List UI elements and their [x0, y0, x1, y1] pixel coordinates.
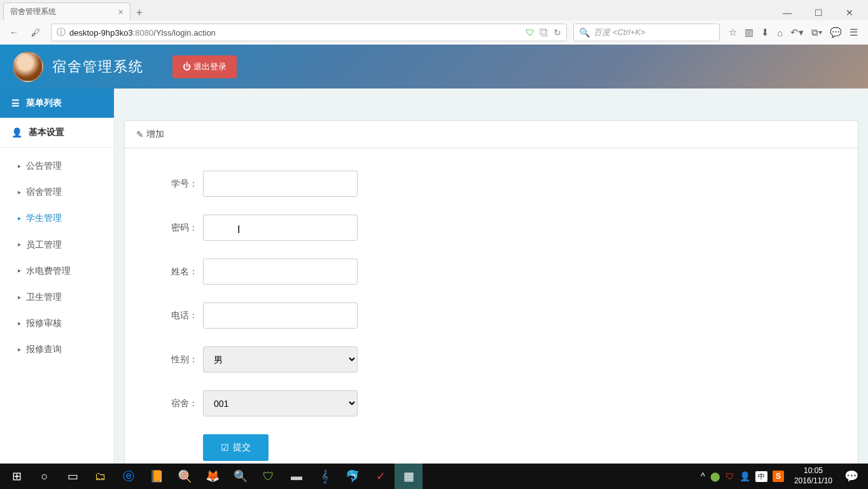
close-window-button[interactable]: ✕	[841, 5, 858, 20]
input-student-id[interactable]	[203, 171, 358, 197]
screenshot-icon[interactable]: ⧉▾	[811, 27, 822, 38]
list-icon: ☰	[11, 98, 20, 108]
caret-icon: ▸	[18, 160, 21, 172]
download-icon[interactable]: ⬇	[761, 27, 769, 38]
sidebar-item-repair-query[interactable]: ▸报修查询	[0, 336, 114, 362]
qr-icon[interactable]: ⿻	[540, 27, 549, 38]
taskview-icon[interactable]: ▭	[59, 464, 87, 489]
explorer-icon[interactable]: 🗂	[87, 464, 115, 489]
app-body: ☰ 菜单列表 👤 基本设置 ▸公告管理 ▸宿舍管理 ▸学生管理 ▸员工管理 ▸水…	[0, 89, 868, 464]
caret-icon: ▸	[18, 292, 21, 303]
reload-icon[interactable]: ↻	[554, 27, 561, 38]
taskbar: ⊞ ○ ▭ 🗂 ⓔ 📙 🍭 🦊 🔍 🛡 ▬ 𝄞 🐬 ✓ ▦ ^ ⬤ 🛡 👤 中 …	[0, 464, 868, 489]
edge-icon[interactable]: ⓔ	[115, 464, 143, 489]
chat-icon[interactable]: 💬	[830, 27, 842, 38]
caret-icon: ▸	[18, 213, 21, 224]
new-tab-button[interactable]: +	[130, 5, 148, 20]
taskbar-clock[interactable]: 10:05 2016/11/10	[789, 466, 837, 486]
bookmark-icon[interactable]: ☆	[729, 27, 737, 38]
app-icon-3[interactable]: 🔍	[227, 464, 255, 489]
browser-chrome: 宿舍管理系统 × + — ☐ ✕ ← 🖋 ⓘ desktop-9hp3ko3:8…	[0, 0, 868, 45]
caret-icon: ▸	[18, 187, 21, 198]
app-icon-5[interactable]: 𝄞	[311, 464, 339, 489]
app-container: 宿舍管理系统 ⏻ 退出登录 ☰ 菜单列表 👤 基本设置 ▸公告管理 ▸宿舍管理 …	[0, 45, 868, 464]
url-bar-icons: 🛡 ⿻ ↻	[526, 27, 561, 38]
cortana-icon[interactable]: ○	[31, 464, 59, 489]
app-icon-1[interactable]: 📙	[143, 464, 171, 489]
sogou-icon[interactable]: S	[773, 471, 784, 482]
back-button[interactable]: ←	[5, 24, 23, 41]
window-controls: — ☐ ✕	[778, 5, 868, 20]
sidebar-section-basic[interactable]: 👤 基本设置	[0, 118, 114, 148]
browser-toolbar-icons: ☆ ▥ ⬇ ⌂ ↶▾ ⧉▾ 💬 ☰	[724, 27, 863, 38]
input-phone[interactable]	[203, 302, 358, 329]
sidebar-item-announcement[interactable]: ▸公告管理	[0, 153, 114, 179]
sidebar-item-hygiene[interactable]: ▸卫生管理	[0, 284, 114, 310]
label-student-id: 学号：	[160, 178, 198, 190]
sidebar-menu-header: ☰ 菜单列表	[0, 89, 114, 118]
power-icon: ⏻	[183, 62, 191, 71]
minimize-button[interactable]: —	[778, 5, 797, 20]
maximize-button[interactable]: ☐	[809, 5, 828, 20]
sidebar-items: ▸公告管理 ▸宿舍管理 ▸学生管理 ▸员工管理 ▸水电费管理 ▸卫生管理 ▸报修…	[0, 148, 114, 368]
label-phone: 电话：	[160, 310, 198, 322]
tray-icon-3[interactable]: 👤	[739, 471, 750, 481]
check-icon: ☑	[221, 443, 229, 453]
menu-header-label: 菜单列表	[26, 97, 62, 109]
row-dorm: 宿舍： 001	[160, 390, 823, 416]
tab-close-icon[interactable]: ×	[118, 7, 123, 17]
url-bar[interactable]: ⓘ desktop-9hp3ko3:8080/Ylss/login.action…	[51, 24, 567, 41]
identity-icon[interactable]: 🖋	[27, 24, 45, 41]
submit-label: 提交	[233, 442, 251, 453]
panel-title: 增加	[146, 129, 164, 140]
caret-icon: ▸	[18, 344, 21, 355]
search-icon: 🔍	[579, 27, 590, 38]
tray-icon-1[interactable]: ⬤	[710, 471, 720, 481]
app-icon-6[interactable]: 🐬	[339, 464, 367, 489]
library-icon[interactable]: ▥	[745, 27, 753, 38]
row-password: 密码：	[160, 215, 823, 241]
submit-button[interactable]: ☑ 提交	[203, 434, 269, 461]
avatar	[13, 52, 43, 82]
input-password[interactable]	[203, 215, 358, 241]
notification-icon[interactable]: 💬	[837, 464, 865, 489]
label-password: 密码：	[160, 222, 198, 234]
url-text: desktop-9hp3ko3:8080/Ylss/login.action	[69, 28, 526, 38]
sidebar-item-student[interactable]: ▸学生管理	[0, 205, 114, 231]
system-tray: ^ ⬤ 🛡 👤 中 S	[696, 471, 789, 482]
select-dorm[interactable]: 001	[203, 390, 358, 416]
clock-date: 2016/11/10	[794, 476, 832, 486]
app-icon-7[interactable]: ✓	[367, 464, 395, 489]
history-icon[interactable]: ↶▾	[790, 27, 804, 38]
sidebar: ☰ 菜单列表 👤 基本设置 ▸公告管理 ▸宿舍管理 ▸学生管理 ▸员工管理 ▸水…	[0, 89, 115, 464]
app-icon-8[interactable]: ▦	[395, 464, 423, 489]
section-label: 基本设置	[29, 127, 64, 138]
sidebar-item-dorm[interactable]: ▸宿舍管理	[0, 179, 114, 205]
tray-up-icon[interactable]: ^	[701, 471, 705, 481]
info-icon[interactable]: ⓘ	[57, 27, 66, 38]
start-button[interactable]: ⊞	[3, 464, 31, 489]
tray-icon-2[interactable]: 🛡	[725, 471, 734, 481]
main-content: ✎ 增加 学号： 密码： 姓名：	[115, 89, 868, 464]
browser-tab[interactable]: 宿舍管理系统 ×	[3, 3, 130, 20]
sidebar-item-staff[interactable]: ▸员工管理	[0, 232, 114, 258]
label-dorm: 宿舍：	[160, 398, 198, 409]
label-gender: 性别：	[160, 354, 198, 365]
ime-indicator[interactable]: 中	[755, 471, 767, 482]
select-gender[interactable]: 男	[203, 346, 358, 372]
home-icon[interactable]: ⌂	[777, 27, 783, 38]
terminal-icon[interactable]: ▬	[283, 464, 311, 489]
sidebar-item-utilities[interactable]: ▸水电费管理	[0, 258, 114, 284]
sidebar-item-repair-review[interactable]: ▸报修审核	[0, 310, 114, 336]
menu-icon[interactable]: ☰	[850, 27, 858, 38]
app-icon-2[interactable]: 🍭	[171, 464, 199, 489]
form-panel: ✎ 增加 学号： 密码： 姓名：	[124, 120, 858, 464]
logout-button[interactable]: ⏻ 退出登录	[172, 55, 237, 78]
firefox-icon[interactable]: 🦊	[199, 464, 227, 489]
tab-bar: 宿舍管理系统 × + — ☐ ✕	[0, 0, 868, 20]
panel-body: 学号： 密码： 姓名： 电话：	[125, 148, 858, 464]
app-icon-4[interactable]: 🛡	[255, 464, 283, 489]
search-box[interactable]: 🔍 百度 <Ctrl+K>	[573, 24, 720, 41]
input-name[interactable]	[203, 259, 358, 285]
shield-icon[interactable]: 🛡	[526, 27, 535, 38]
